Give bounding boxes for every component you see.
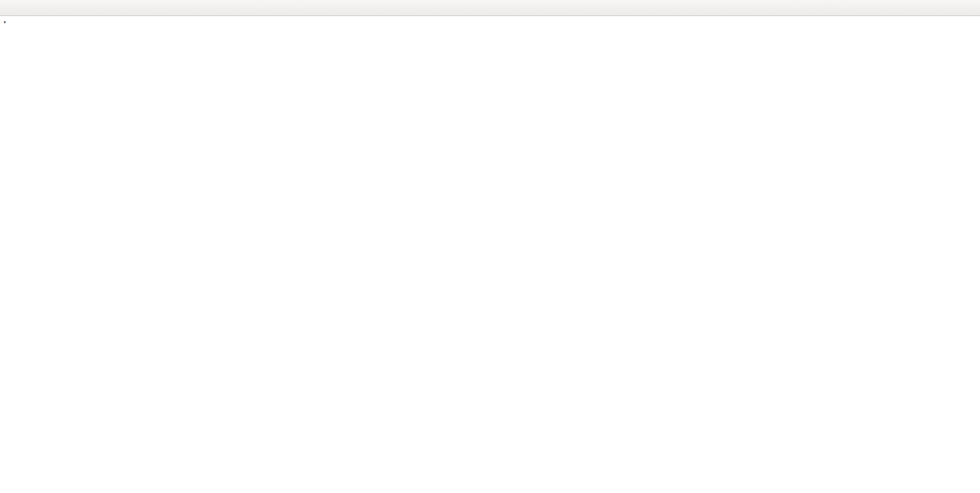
symbol-dropdown-icon[interactable]: ▾: [4, 20, 6, 25]
main-toolbar: [0, 0, 980, 16]
chart-canvas[interactable]: [0, 0, 980, 493]
symbol-ohlc-line: ▾: [4, 18, 7, 25]
